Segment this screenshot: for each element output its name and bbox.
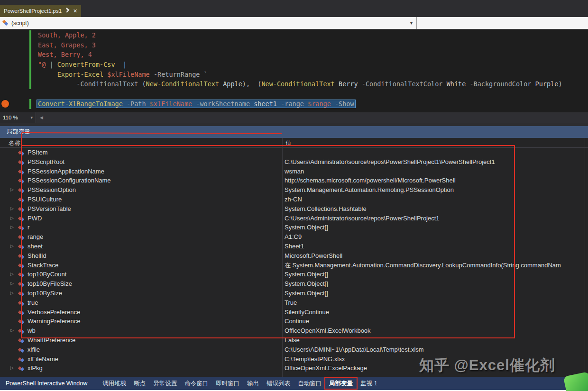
- variable-value: A1:C9: [285, 232, 588, 242]
- variable-icon: [18, 216, 25, 222]
- table-row[interactable]: ▷top10ByCountSystem.Object[]: [0, 270, 588, 279]
- variable-value: 在 System.Management.Automation.CommandDi…: [285, 261, 588, 270]
- tab-powershellproject1[interactable]: PowerShellProject1.ps1 ✕: [0, 5, 81, 17]
- column-header-value[interactable]: 值: [285, 139, 292, 147]
- bottom-tab-8[interactable]: 自动窗口: [294, 378, 325, 389]
- variable-name: sheet: [28, 242, 43, 251]
- table-row[interactable]: PSSessionApplicationNamewsman: [0, 167, 588, 176]
- horizontal-scrollbar[interactable]: ◀: [36, 112, 588, 123]
- table-row[interactable]: rangeA1:C9: [0, 232, 588, 242]
- code-line[interactable]: East, Grapes, 3: [0, 40, 588, 50]
- code-area[interactable]: South, Apple, 2East, Grapes, 3West, Berr…: [0, 30, 588, 109]
- variable-icon: [18, 347, 25, 353]
- bottom-tab-10[interactable]: 监视 1: [357, 378, 381, 389]
- variable-icon: [18, 337, 25, 344]
- code-editor[interactable]: → South, Apple, 2East, Grapes, 3West, Be…: [0, 29, 588, 112]
- zoom-control[interactable]: 110 % ▾: [0, 112, 36, 123]
- table-row[interactable]: xlfileC:\Users\ADMINI~1\AppData\Local\Te…: [0, 345, 588, 355]
- code-line[interactable]: "@ | ConvertFrom-Csv |: [0, 60, 588, 70]
- bottom-tab-7[interactable]: 错误列表: [263, 378, 294, 389]
- bottom-tab-2[interactable]: 断点: [130, 378, 149, 389]
- code-line[interactable]: South, Apple, 2: [0, 30, 588, 40]
- variable-value: System.Object[]: [285, 223, 588, 232]
- table-row[interactable]: StackTrace在 System.Management.Automation…: [0, 261, 588, 270]
- code-line[interactable]: Convert-XlRangeToImage -Path $xlFileName…: [0, 99, 588, 109]
- chevron-down-icon[interactable]: ▾: [30, 115, 33, 120]
- variable-icon: [18, 272, 25, 278]
- expand-arrow-icon[interactable]: ▷: [10, 326, 16, 336]
- expand-arrow-icon[interactable]: ▷: [10, 289, 16, 298]
- variable-icon: [18, 187, 25, 193]
- variable-icon: [18, 309, 25, 316]
- bottom-tab-5[interactable]: 即时窗口: [212, 378, 243, 389]
- table-row[interactable]: ▷rSystem.Object[]: [0, 223, 588, 232]
- table-row[interactable]: ▷PWDC:\Users\Administrator\source\repos\…: [0, 214, 588, 223]
- expand-arrow-icon[interactable]: ▷: [10, 185, 16, 195]
- table-row[interactable]: ▷PSSessionOptionSystem.Management.Automa…: [0, 185, 588, 195]
- expand-arrow-icon[interactable]: ▷: [10, 279, 16, 289]
- zoom-value: 110 %: [3, 115, 18, 120]
- expand-arrow-icon[interactable]: ▷: [10, 223, 16, 232]
- tab-title: PowerShellProject1.ps1: [4, 8, 62, 14]
- table-row[interactable]: PSScriptRootC:\Users\Administrator\sourc…: [0, 157, 588, 167]
- bottom-tab-6[interactable]: 输出: [243, 378, 263, 389]
- table-row[interactable]: VerbosePreferenceSilentlyContinue: [0, 308, 588, 317]
- member-dropdown[interactable]: [417, 17, 588, 29]
- locals-panel-header[interactable]: 局部变量: [0, 126, 588, 138]
- watermark: 知乎 @Excel催化剂: [419, 355, 555, 375]
- chevron-down-icon[interactable]: ▾: [410, 20, 413, 26]
- scope-dropdown[interactable]: (script) ▾: [9, 17, 417, 29]
- variable-value: System.Collections.Hashtable: [285, 204, 588, 214]
- table-row[interactable]: WhatIfPreferenceFalse: [0, 336, 588, 345]
- expand-arrow-icon[interactable]: ▷: [10, 364, 16, 373]
- variable-name: VerbosePreference: [28, 308, 80, 317]
- variable-name: xlFileName: [28, 355, 58, 364]
- variable-icon: [18, 365, 25, 372]
- table-row[interactable]: trueTrue: [0, 298, 588, 308]
- variable-icon: [18, 225, 25, 231]
- variable-value: C:\Users\ADMINI~1\AppData\Local\Temp\tes…: [285, 345, 588, 355]
- bottom-tab-3[interactable]: 异常设置: [149, 378, 181, 389]
- code-line[interactable]: West, Berry, 4: [0, 50, 588, 60]
- expand-arrow-icon[interactable]: ▷: [10, 214, 16, 223]
- document-tab-bar: PowerShellProject1.ps1 ✕: [0, 0, 588, 17]
- variable-icon: [18, 159, 25, 165]
- table-row[interactable]: ShellIdMicrosoft.PowerShell: [0, 251, 588, 261]
- code-line[interactable]: [0, 89, 588, 99]
- variable-value: C:\Users\Administrator\source\repos\Powe…: [285, 214, 588, 223]
- variable-name: true: [28, 298, 38, 308]
- variable-value: System.Object[]: [285, 289, 588, 298]
- bottom-tab-powershell-interactive-window[interactable]: PowerShell Interactive Window: [2, 378, 96, 389]
- scroll-left-icon[interactable]: ◀: [40, 115, 43, 120]
- table-row[interactable]: PSUICulturezh-CN: [0, 195, 588, 204]
- bottom-tab-4[interactable]: 命令窗口: [181, 378, 212, 389]
- variable-value: http://schemas.microsoft.com/powershell/…: [285, 176, 588, 185]
- column-header-name[interactable]: 名称: [9, 139, 20, 147]
- table-row[interactable]: ▷top10ByFileSizeSystem.Object[]: [0, 279, 588, 289]
- expand-arrow-icon[interactable]: ▷: [10, 204, 16, 214]
- variable-value: Continue: [285, 317, 588, 326]
- table-row[interactable]: ▷PSVersionTableSystem.Collections.Hashta…: [0, 204, 588, 214]
- code-line[interactable]: -ConditionalText (New-ConditionalText Ap…: [0, 79, 588, 89]
- table-row[interactable]: ▷top10BySizeSystem.Object[]: [0, 289, 588, 298]
- table-row[interactable]: PSItem: [0, 148, 588, 157]
- close-icon[interactable]: ✕: [73, 8, 77, 14]
- table-row[interactable]: WarningPreferenceContinue: [0, 317, 588, 326]
- bottom-tab-9[interactable]: 局部变量: [325, 378, 357, 389]
- expand-arrow-icon[interactable]: ▷: [10, 270, 16, 279]
- variable-name: PSVersionTable: [28, 204, 71, 214]
- code-line[interactable]: Export-Excel $xlFileName -ReturnRange `: [0, 70, 588, 80]
- pin-icon[interactable]: [65, 8, 70, 14]
- expand-arrow-icon[interactable]: ▷: [10, 242, 16, 251]
- variable-value: System.Object[]: [285, 279, 588, 289]
- table-row[interactable]: PSSessionConfigurationNamehttp://schemas…: [0, 176, 588, 185]
- tool-window-tab-bar: PowerShell Interactive Window调用堆栈断点异常设置命…: [0, 377, 588, 390]
- table-row[interactable]: ▷wbOfficeOpenXml.ExcelWorkbook: [0, 326, 588, 336]
- grid-right-edge: [585, 138, 585, 377]
- column-divider[interactable]: [282, 138, 283, 377]
- table-row[interactable]: ▷sheetSheet1: [0, 242, 588, 251]
- variable-value: SilentlyContinue: [285, 308, 588, 317]
- bottom-tab-1[interactable]: 调用堆栈: [99, 378, 130, 389]
- variable-value: Microsoft.PowerShell: [285, 251, 588, 261]
- locals-panel-title: 局部变量: [7, 128, 30, 136]
